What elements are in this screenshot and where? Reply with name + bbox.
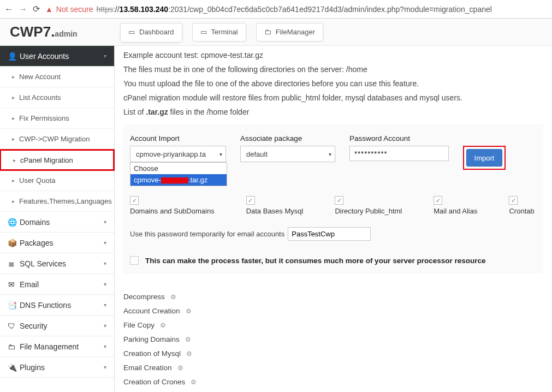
col-associate-package: Associate package default ▾ [240,134,335,162]
sidebar-group-label: DNS Functions [20,301,71,310]
chevron-down-icon: ▾ [104,302,106,308]
tab-filemanager-label: FileManager [276,28,315,36]
caret-right-icon: ▸ [13,157,16,163]
checkbox-databases[interactable]: ✓ [246,196,255,205]
url-scheme: https [97,5,113,14]
gear-icon: ⚙ [186,347,192,361]
sidebar-group-dns[interactable]: 📑DNS Functions▾ [0,295,114,316]
checkbox-fast-mode[interactable] [130,256,139,265]
gear-icon: ⚙ [170,290,176,304]
dropdown-option-file[interactable]: cpmove-xxxxxx.tar.gz [130,174,227,186]
plug-icon: 🔌 [8,363,15,372]
sidebar-group-sql[interactable]: ≣SQL Services▾ [0,253,114,274]
sidebar-group-plugins[interactable]: 🔌Plugins▾ [0,357,114,378]
sidebar-item-new-account[interactable]: ▸New Account [0,67,114,87]
gear-icon: ⚙ [185,332,191,347]
col-account-import: Account Import cpmove-priyankapp.ta ▾ Ch… [130,134,226,162]
sidebar-item-cpanel-migration[interactable]: ▸cPanel Migration [0,150,114,170]
step-parking-domains: Parking Domains⚙ [123,332,543,347]
tab-terminal-label: Terminal [211,28,238,36]
checkbox-crontab[interactable]: ✓ [509,196,518,205]
url-bar[interactable]: ▲ Not secure https://13.58.103.240:2031/… [45,5,548,14]
associate-package-value: default [246,150,268,158]
check-domains: ✓ Domains and SubDomains [130,196,215,215]
intro-line-1: Example account test: cpmove-test.tar.gz [123,48,543,62]
check-crontab-label: Crontab [509,207,534,215]
gear-icon: ⚙ [177,361,183,375]
fast-mode-row: This can make the process faster, but it… [130,256,537,265]
import-button-highlight: Import [463,146,506,170]
password-account-input[interactable] [349,146,449,161]
caret-right-icon: ▸ [12,74,15,80]
intro-line-3: You must upload the file to one of the a… [123,76,543,91]
sidebar-group-security[interactable]: 🛡Security▾ [0,316,114,336]
sidebar-item-label: cPanel Migration [20,156,73,164]
gear-icon: ⚙ [160,318,166,332]
sidebar-item-user-quota[interactable]: ▸User Quota [0,170,114,191]
sidebar-group-label: Domains [20,218,50,227]
sidebar-item-cwp-migration[interactable]: ▸CWP->CWP Migration [0,129,114,150]
sidebar-user-accounts-label: User Accounts [20,52,69,61]
terminal-icon: ▭ [200,28,207,36]
email-icon: ✉ [8,280,15,289]
temp-password-label: Use this password temporarily for email … [130,230,284,238]
top-header: CWP7.admin ▭ Dashboard ▭ Terminal 🗀 File… [0,19,552,46]
step-account-creation: Account Creation⚙ [123,304,543,318]
checkbox-directory[interactable]: ✓ [335,196,343,205]
import-form: Account Import cpmove-priyankapp.ta ▾ Ch… [123,124,543,274]
check-domains-label: Domains and SubDomains [130,207,215,215]
restore-options: ✓ Domains and SubDomains ✓ Data Bases My… [130,196,537,215]
back-icon[interactable]: ← [4,4,13,14]
sidebar-group-file-mgmt[interactable]: 🗀File Management▾ [0,336,114,357]
sidebar-item-list-accounts[interactable]: ▸List Accounts [0,87,114,108]
caret-right-icon: ▸ [12,94,15,100]
sidebar-group-label: SQL Services [20,259,66,268]
reload-icon[interactable]: ⟳ [33,4,40,14]
folder-icon: 🗀 [8,342,15,351]
sidebar-group-packages[interactable]: 📦Packages▾ [0,233,114,253]
gear-icon: ⚙ [191,375,197,389]
col-import-button: Import [463,134,506,170]
checkbox-mail[interactable]: ✓ [434,196,442,205]
sidebar-group-email[interactable]: ✉Email▾ [0,274,114,295]
brand-sub: admin [55,29,77,38]
step-email: Email Creation⚙ [123,361,543,375]
associate-package-select[interactable]: default ▾ [240,146,335,162]
sidebar-group-user-accounts[interactable]: 👤User Accounts ▾ [0,46,114,67]
check-crontab: ✓ Crontab [509,196,534,215]
url-path: :2031/cwp_0b04cd7ec6da5c0cb7a641ed9217d4… [168,5,492,14]
sidebar-group-domains[interactable]: 🌐Domains▾ [0,212,114,233]
intro-line-2: The files must be in one of the followin… [123,62,543,76]
caret-right-icon: ▸ [12,136,15,142]
caret-right-icon: ▸ [12,198,15,204]
check-mail-label: Mail and Alias [434,207,477,215]
col-password-account: Password Account [349,134,449,161]
brand: CWP7.admin [0,23,115,40]
chevron-down-icon: ▾ [104,281,106,287]
tab-filemanager[interactable]: 🗀 FileManager [256,23,323,41]
tab-terminal[interactable]: ▭ Terminal [192,23,246,41]
shield-icon: 🛡 [8,322,15,330]
filemanager-icon: 🗀 [264,28,271,36]
chevron-down-icon: ▾ [104,343,106,349]
dns-icon: 📑 [8,301,15,310]
sidebar-item-fix-permissions[interactable]: ▸Fix Permissions [0,108,114,129]
step-decompress: Decompress⚙ [123,290,543,304]
progress-steps: Decompress⚙ Account Creation⚙ File Copy⚙… [123,290,543,389]
check-directory-label: Directory Public_html [335,207,402,215]
import-button[interactable]: Import [466,149,502,167]
step-mysql: Creation of Mysql⚙ [123,347,543,361]
temp-password-input[interactable] [288,227,371,241]
sidebar-group-label: Plugins [20,363,45,372]
globe-icon: 🌐 [8,218,15,227]
checkbox-domains[interactable]: ✓ [130,196,139,205]
tab-dashboard[interactable]: ▭ Dashboard [120,23,182,41]
url-host: 13.58.103.240 [120,5,169,14]
gear-icon: ⚙ [186,304,192,318]
account-import-select[interactable]: cpmove-priyankapp.ta ▾ Choose cpmove-xxx… [130,146,226,162]
dropdown-option-choose[interactable]: Choose [130,163,227,174]
sidebar-item-label: Fix Permissions [19,114,69,122]
forward-icon: → [19,4,27,14]
password-account-label: Password Account [349,134,449,142]
sidebar-item-features[interactable]: ▸Features,Themes,Languages [0,191,114,212]
